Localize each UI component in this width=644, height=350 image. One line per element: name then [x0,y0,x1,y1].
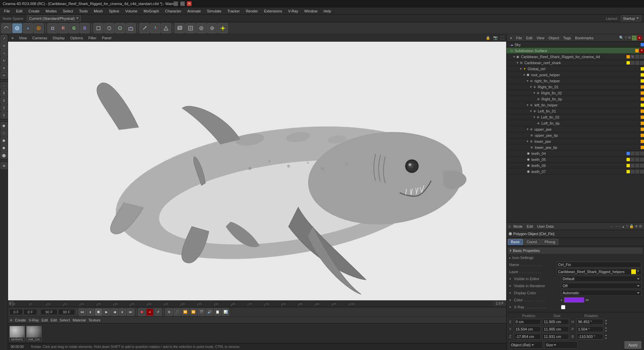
perspective-button[interactable] [175,23,185,33]
props-forward-icon[interactable]: → [615,224,618,228]
props-tab-coord[interactable]: Coord. [524,239,541,245]
menu-select[interactable]: Select [60,8,76,14]
measure-tool-button[interactable]: $ [1,90,7,96]
pb-ctrl8[interactable]: 📊 [222,308,229,316]
viewport-filter-menu[interactable]: Filter [87,35,98,41]
props-filter-icon[interactable]: ▽ [626,224,629,228]
rot-b-stepper[interactable]: ▲ ▼ [605,334,607,340]
scale-button[interactable]: G [69,23,79,33]
live-selection-button[interactable] [12,23,22,33]
undo-button[interactable] [1,23,11,33]
maximize-button[interactable]: □ [180,1,185,6]
pb-ctrl6[interactable]: 🔊 [206,308,213,316]
viewport-menu-icon[interactable]: ≡ [10,35,15,41]
rot-p-stepper[interactable]: ▲ ▼ [605,326,607,333]
grid-button[interactable] [186,23,196,33]
menu-file[interactable]: File [1,8,13,14]
viewport-options-menu[interactable]: Options [69,35,84,41]
menu-extensions[interactable]: Extensions [261,8,285,14]
settings-gear-button[interactable] [207,23,217,33]
scene-file-menu[interactable]: File [515,35,523,41]
enable-axis-button[interactable] [139,23,150,33]
magic-button[interactable]: ✿ [1,162,7,169]
scene-edit-menu[interactable]: Edit [525,35,534,41]
menu-help[interactable]: Help [321,8,334,14]
name-input[interactable] [556,262,641,268]
tree-item-subdivision[interactable]: ⬡ Subdivision Surface ✕ [507,48,644,54]
tree-item-left-fin-helper[interactable]: ▼ ⊕ left_fin_helper [507,102,644,108]
viewport-fullscreen-icon[interactable]: ⛶ [500,36,504,40]
object-mode-button[interactable] [104,23,114,33]
tree-item-teeth-05[interactable]: ⬣ teeth_05 [507,157,644,163]
layer-dropdown[interactable]: Caribbean_Reef_Shark_Rigged_helpers ▼ [556,269,641,275]
rotate-tool-button[interactable]: ↻ [1,57,7,64]
play-button[interactable]: ▶ [103,308,110,316]
color-swatch[interactable] [564,297,584,303]
scene-menu-icon[interactable]: ≡ [509,35,513,41]
menu-animate[interactable]: Animate [185,8,203,14]
pb-ctrl5[interactable]: 🎬 [198,308,205,316]
color-eyedropper-icon[interactable]: ✏ [586,298,589,303]
scene-object-menu[interactable]: Object [547,35,561,41]
props-eye-btn[interactable]: 👁 [635,224,638,228]
nodespace-dropdown[interactable]: Current (Standard/Physical) [27,15,81,21]
icon-settings-row[interactable]: ▸ Icon Settings [508,254,643,261]
size-x-input[interactable] [542,319,569,325]
rotate-button[interactable]: R [58,23,68,33]
camera2-button[interactable]: ⬡ [1,130,7,136]
props-mode-menu[interactable]: Mode [512,224,524,228]
tree-item-root-helper[interactable]: ▼ ⬣ root_point_helper [507,72,644,78]
menu-create[interactable]: Create [26,8,42,14]
object-axis-button[interactable] [161,23,171,33]
viewport-display-menu[interactable]: Display [51,35,66,41]
grid2-button[interactable] [196,23,206,33]
play-reverse-button[interactable]: ◀ [111,308,118,316]
select-tool-button[interactable]: ↗ [1,35,7,42]
tree-item-reef-shark[interactable]: ▼ ⊞ Caribbean_reef_shark [507,60,644,66]
camera4-button[interactable]: ⬣ [1,144,7,151]
camera5-button[interactable]: ⬤ [1,152,7,159]
tree-item-shark-rig[interactable]: ▼ ▣ Caribbean_Reef_Shark_Rigged_for_cine… [507,54,644,60]
mat-edit2-menu[interactable]: Edit [50,318,57,322]
camera-button[interactable]: ⬟ [1,122,7,129]
next-frame-button[interactable]: ⏵ [119,308,126,316]
current-frame-display[interactable]: 0 F [9,309,23,315]
xray-checkbox[interactable] [561,305,565,309]
rot-b-input[interactable] [576,334,603,340]
loop-button[interactable]: ↺ [154,308,162,316]
tree-item-right-fin-01[interactable]: ▼ ⊕ Right_fin_01 [507,84,644,90]
menu-edit[interactable]: Edit [13,8,25,14]
render-settings-button[interactable] [34,23,44,33]
props-lock-icon[interactable]: 🔒 [629,224,634,228]
props-grid-icon[interactable]: ⊞ [639,224,642,228]
props-edit-menu[interactable]: Edit [525,224,534,228]
tree-item-left-fin-tip[interactable]: ⊕ Left_fin_tip [507,120,644,126]
tree-item-teeth-06[interactable]: ⬣ teeth_06 [507,163,644,169]
scene-settings-icon[interactable]: ⚙ [628,36,631,40]
tree-item-right-fin-helper[interactable]: ▼ ⊕ right_fin_helper [507,78,644,84]
snap-button[interactable]: S [1,97,7,104]
material-thumbnail-lambert[interactable]: lambert1 [9,326,25,341]
scene-view-menu[interactable]: View [535,35,546,41]
layer-color-swatch[interactable] [631,269,636,274]
tree-item-lower-jaw-tip[interactable]: ⊕ lower_jaw_tip [507,144,644,150]
menu-mograph[interactable]: MoGraph [141,8,162,14]
move-button[interactable]: B [80,23,90,33]
tree-item-upper-jaw[interactable]: ▼ ⊕ upper_jaw [507,126,644,132]
pos-z-input[interactable] [514,334,541,340]
tree-item-upper-jaw-tip[interactable]: ⊕ upper_jaw_tip [507,132,644,138]
material-thumbnail-mat-car[interactable]: mat_Car [26,326,42,341]
s3-button[interactable]: S [1,112,7,119]
menu-spline[interactable]: Spline [106,8,122,14]
rot-p-input[interactable] [576,326,603,332]
tree-item-lower-jaw[interactable]: ▼ ⊕ lower_jaw [507,138,644,144]
layout-dropdown[interactable]: Startup [621,15,641,21]
pb-ctrl3[interactable]: ⏩ [182,308,189,316]
texture-mode-button[interactable] [115,23,125,33]
camera3-button[interactable]: ⬢ [1,137,7,144]
scene-filter-icon[interactable]: ▽ [625,36,627,40]
menu-window[interactable]: Window [301,8,320,14]
model-mode-button[interactable] [93,23,104,33]
mat-texture-menu[interactable]: Texture [88,318,100,322]
end-frame-display[interactable]: 90 F [41,309,57,315]
